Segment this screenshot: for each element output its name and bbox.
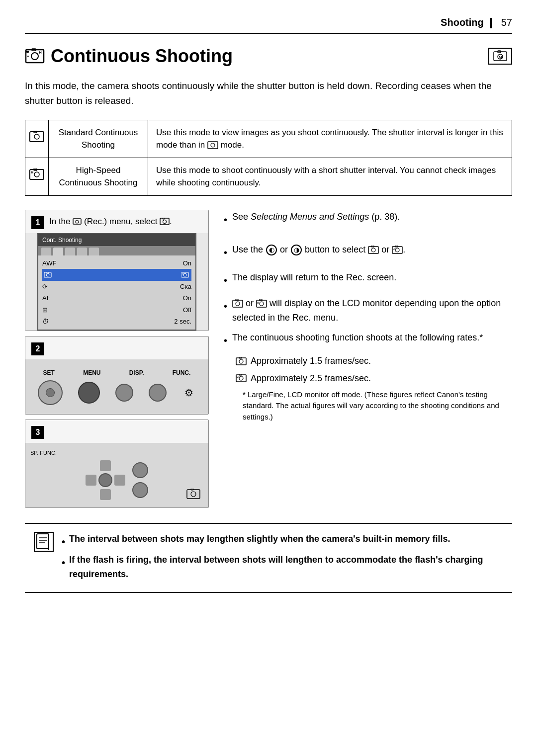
thumb-wheel [38,380,63,405]
side-button-1 [132,462,148,478]
standard-name-cell: Standard Continuous Shooting [49,120,148,158]
dpad-center [98,473,112,487]
table-row: Standard Continuous Shooting Use this mo… [25,120,512,158]
standard-desc-cell: Use this mode to view images as you shoo… [148,120,512,158]
note-2: • Use the ◐ or ◑ button to select or [224,243,512,260]
step-1-text: In the (Rec.) menu, select . [49,215,172,228]
dpad [86,460,125,500]
svg-text:H: H [182,272,184,275]
standard-icon-cell [25,120,49,158]
note-4: • or H will display on the LCD monito [224,296,512,325]
svg-text:!: ! [48,545,49,551]
set-label: SET [43,368,55,377]
steps-images: 1 In the (Rec.) menu, select . [25,210,209,513]
note-1-text: See Selecting Menus and Settings (p. 38)… [232,210,400,224]
step-3-number: 3 [31,426,44,439]
step-3-block: 3 SP. FUNC. [25,420,209,508]
svg-point-41 [236,302,240,306]
step-3-header: 3 [25,420,208,443]
svg-text:H: H [31,170,33,174]
step-1-block: 1 In the (Rec.) menu, select . [25,210,209,331]
rate-highspeed: H Approximately 2.5 frames/sec. [236,371,512,386]
step-2-block: 2 SET MENU DISP. FUNC. [25,336,209,415]
menu-row-af: AFOn [42,292,191,304]
dpad-up [100,460,111,471]
svg-rect-47 [236,358,246,365]
note-3-text: The display will return to the Rec. scre… [232,270,396,285]
note-2-text: Use the ◐ or ◑ button to select or [232,243,405,257]
step-1-number: 1 [31,216,44,229]
menu-button-group[interactable] [78,382,100,404]
bottom-bullet-1: • [62,534,65,550]
svg-rect-13 [208,142,218,149]
menu-title: Cont. Shooting [42,236,82,245]
svg-point-20 [76,220,79,223]
footnote: * Large/Fine, LCD monitor off mode. (The… [236,389,512,423]
camera-menu-display: Cont. Shooting AWFOn [37,233,196,331]
page-title: H Continuous Shooting [25,43,233,70]
svg-point-51 [239,376,243,380]
svg-text:H: H [393,248,395,251]
modes-table: Standard Continuous Shooting Use this mo… [25,120,512,196]
disp-button-group[interactable] [115,384,133,402]
gear-icon: ⚙ [182,386,196,400]
bottom-bullet-2: • [62,555,65,571]
side-button-2 [132,482,148,498]
bottom-shoot-icon [186,489,200,504]
bottom-note-2: • If the flash is firing, the interval b… [62,553,503,582]
camera-button-labels: SET MENU DISP. FUNC. [30,368,203,377]
bottom-note-box: ! • The interval between shots may lengt… [25,523,512,593]
bullet-1: • [224,212,227,228]
camera-mode-icon: M [488,48,512,65]
title-row: H Continuous Shooting M [25,43,512,70]
dial-left-icon: ◐ [266,245,277,255]
func-button-group[interactable] [149,384,167,402]
svg-point-11 [34,134,39,139]
svg-rect-30 [187,490,200,499]
rate-standard-text: Approximately 1.5 frames/sec. [251,353,371,369]
bottom-note-2-text: If the flash is firing, the interval bet… [69,553,503,582]
page-header: Shooting ❙ 57 [25,15,512,34]
svg-point-34 [371,248,375,252]
menu-row-clock: ⟳Cĸa [42,281,191,293]
note-5-text: The continuous shooting function shoots … [232,331,483,345]
menu-row-grid: ⊞Off [42,304,191,316]
highspeed-desc-cell: Use this mode to shoot continuously with… [148,158,512,195]
camera-menu-rows: AWFOn [38,255,195,330]
table-row: H High-Speed Continuous Shooting Use thi… [25,158,512,195]
step-2-image: SET MENU DISP. FUNC. [25,359,208,414]
menu-tab-1 [41,248,51,255]
note-info-icon: ! [34,532,54,552]
dpad-left [86,475,96,486]
page-number: 57 [501,15,512,30]
svg-point-14 [211,143,215,147]
svg-text:M: M [499,55,502,60]
rates-section: Approximately 1.5 frames/sec. H Approxim… [236,353,512,422]
svg-point-1 [31,53,38,60]
continuous-shooting-title-icon: H [25,48,45,65]
bottom-note-1-text: The interval between shots may lengthen … [69,532,450,546]
note-5: • The continuous shooting function shoot… [224,331,512,348]
highspeed-desc: Use this mode to shoot continuously with… [156,166,496,188]
dpad-right [114,475,125,486]
svg-point-25 [46,273,49,276]
bullet-2: • [224,245,227,260]
note-1: • See Selecting Menus and Settings (p. 3… [224,210,512,228]
svg-point-31 [191,492,196,497]
svg-text:H: H [237,376,239,379]
menu-row-awf: AWFOn [42,257,191,269]
steps-notes: • See Selecting Menus and Settings (p. 3… [224,210,512,513]
svg-point-16 [34,172,39,177]
header-separator: ❙ [487,15,495,30]
step-1-header: 1 In the (Rec.) menu, select . [25,210,208,233]
steps-section: 1 In the (Rec.) menu, select . [25,210,512,513]
svg-rect-33 [368,247,378,253]
note-3: • The display will return to the Rec. sc… [224,270,512,288]
svg-rect-40 [233,300,243,307]
note-4-text: or H will display on the LCD monitor dep… [232,296,512,325]
bullet-4: • [224,298,227,314]
rate-standard: Approximately 1.5 frames/sec. [236,353,512,369]
camera-menu-tabs [38,246,195,255]
menu-tab-4 [77,248,87,255]
dpad-area [30,460,203,500]
